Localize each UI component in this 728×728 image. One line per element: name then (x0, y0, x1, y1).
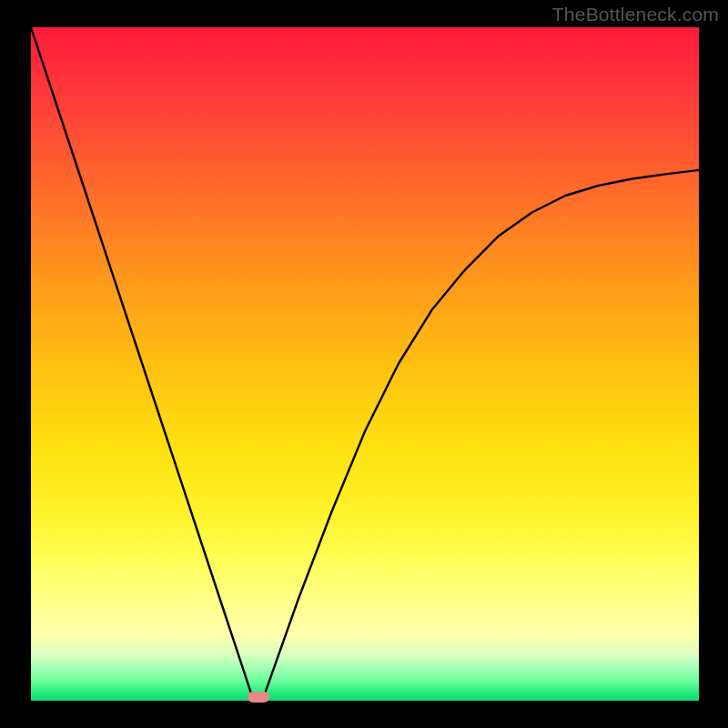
watermark-text: TheBottleneck.com (552, 4, 719, 25)
bottleneck-curve (31, 27, 699, 701)
optimal-point-marker (248, 692, 269, 703)
chart-plot-area (31, 27, 699, 701)
